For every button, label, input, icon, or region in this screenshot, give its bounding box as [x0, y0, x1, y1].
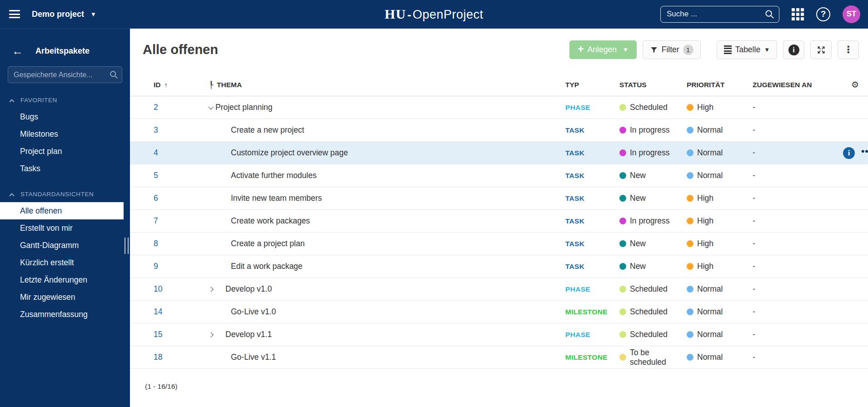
type-cell[interactable]: TASK [565, 194, 619, 203]
table-row[interactable]: 8Create a project planTASKNewHigh- [130, 233, 868, 255]
assignee-cell[interactable]: - [753, 125, 839, 135]
table-row[interactable]: 10Develop v1.0PHASEScheduledNormal- [130, 278, 868, 301]
view-mode-button[interactable]: Tabelle ▼ [717, 40, 777, 59]
work-package-id-link[interactable]: 6 [154, 194, 158, 203]
type-cell[interactable]: TASK [565, 217, 619, 225]
more-menu-button[interactable]: ⋮ [838, 40, 859, 59]
type-cell[interactable]: TASK [565, 240, 619, 248]
priority[interactable]: High [687, 262, 753, 271]
assignee-cell[interactable]: - [753, 262, 839, 271]
subject-cell[interactable]: Go-Live v1.0 [209, 307, 565, 317]
work-package-id-link[interactable]: 7 [154, 216, 158, 225]
expand-chevron-icon[interactable] [208, 287, 213, 292]
priority[interactable]: Normal [687, 352, 753, 362]
table-row[interactable]: 5Activate further modulesTASKNewNormal- [130, 164, 868, 187]
subject-cell[interactable]: Create a project plan [209, 239, 565, 248]
work-package-id-link[interactable]: 9 [154, 262, 158, 271]
subject-cell[interactable]: Invite new team members [209, 194, 565, 203]
table-row[interactable]: 3Create a new projectTASKIn progressNorm… [130, 119, 868, 142]
info-button[interactable]: i [783, 40, 804, 59]
work-package-id-link[interactable]: 18 [154, 352, 162, 362]
sidebar-item-zusammenfassung[interactable]: Zusammenfassung [0, 306, 130, 323]
column-header-typ[interactable]: TYP [565, 81, 619, 89]
priority[interactable]: Normal [687, 171, 753, 180]
status[interactable]: Scheduled [619, 103, 687, 112]
type-cell[interactable]: TASK [565, 149, 619, 157]
type-cell[interactable]: MILESTONE [565, 353, 619, 362]
status[interactable]: New [619, 171, 687, 180]
collapse-chevron-icon[interactable] [208, 104, 213, 109]
expand-chevron-icon[interactable] [208, 332, 213, 337]
status[interactable]: In progress [619, 125, 687, 135]
work-package-id-link[interactable]: 2 [154, 103, 158, 112]
column-header-zugewiesen[interactable]: ZUGEWIESEN AN [753, 81, 839, 89]
table-row[interactable]: 14Go-Live v1.0MILESTONEScheduledNormal- [130, 301, 868, 323]
priority[interactable]: Normal [687, 307, 753, 317]
subject-cell[interactable]: Activate further modules [209, 171, 565, 180]
assignee-cell[interactable]: - [753, 216, 839, 226]
assignee-cell[interactable]: - [753, 239, 839, 248]
status[interactable]: New [619, 194, 687, 203]
priority[interactable]: High [687, 194, 753, 203]
assignee-cell[interactable]: - [753, 171, 839, 180]
status[interactable]: In progress [619, 216, 687, 226]
priority[interactable]: Normal [687, 148, 753, 158]
row-info-icon[interactable]: i [843, 147, 855, 159]
table-row[interactable]: 4Customize project overview pageTASKIn p… [130, 142, 868, 164]
row-actions-ellipsis[interactable]: ••• [861, 146, 868, 157]
status[interactable]: New [619, 262, 687, 271]
sidebar-item-alle-offenen[interactable]: Alle offenen [0, 202, 124, 219]
avatar[interactable]: ST [843, 5, 860, 23]
priority[interactable]: High [687, 239, 753, 248]
sidebar-item-bugs[interactable]: Bugs [0, 108, 130, 125]
table-row[interactable]: 6Invite new team membersTASKNewHigh- [130, 187, 868, 210]
sidebar-resize-handle[interactable] [125, 238, 129, 254]
priority[interactable]: Normal [687, 330, 753, 339]
sidebar-item-k-rzlich-erstellt[interactable]: Kürzlich erstellt [0, 254, 130, 271]
subject-cell[interactable]: Go-Live v1.1 [209, 352, 565, 362]
saved-views-search-input[interactable] [8, 66, 122, 83]
work-package-id-link[interactable]: 10 [154, 284, 162, 293]
sidebar-item-milestones[interactable]: Milestones [0, 125, 130, 143]
column-header-prioritaet[interactable]: PRIORITÄT [687, 81, 753, 89]
subject-cell[interactable]: Create a new project [209, 125, 565, 135]
assignee-cell[interactable]: - [753, 194, 839, 203]
assignee-cell[interactable]: - [753, 284, 839, 294]
work-package-id-link[interactable]: 15 [154, 330, 162, 339]
sidebar-item-mir-zugewiesen[interactable]: Mir zugewiesen [0, 288, 130, 306]
type-cell[interactable]: TASK [565, 263, 619, 271]
subject-cell[interactable]: Develop v1.0 [209, 284, 565, 294]
assignee-cell[interactable]: - [753, 148, 839, 158]
assignee-cell[interactable]: - [753, 103, 839, 112]
apps-grid-icon[interactable] [792, 8, 804, 20]
column-header-thema[interactable]: ┞ THEMA [209, 81, 565, 89]
work-package-id-link[interactable]: 8 [154, 239, 158, 248]
subject-cell[interactable]: Create work packages [209, 216, 565, 226]
type-cell[interactable]: MILESTONE [565, 308, 619, 316]
status[interactable]: Scheduled [619, 330, 687, 339]
subject-cell[interactable]: Customize project overview page [209, 148, 565, 158]
work-package-id-link[interactable]: 3 [154, 125, 158, 134]
status[interactable]: New [619, 239, 687, 248]
sidebar-section-header[interactable]: STANDARDANSICHTEN [0, 191, 130, 198]
priority[interactable]: Normal [687, 125, 753, 135]
table-row[interactable]: 2Project planningPHASEScheduledHigh- [130, 96, 868, 119]
fullscreen-button[interactable] [810, 40, 832, 59]
table-row[interactable]: 9Edit a work packageTASKNewHigh- [130, 255, 868, 278]
status[interactable]: To be scheduled [619, 348, 687, 367]
status[interactable]: Scheduled [619, 307, 687, 317]
help-icon[interactable]: ? [816, 7, 830, 21]
table-row[interactable]: 18Go-Live v1.1MILESTONETo be scheduledNo… [130, 346, 868, 369]
subject-cell[interactable]: Develop v1.1 [209, 330, 565, 339]
type-cell[interactable]: PHASE [565, 104, 619, 112]
assignee-cell[interactable]: - [753, 352, 839, 362]
status[interactable]: Scheduled [619, 284, 687, 294]
sidebar-section-header[interactable]: FAVORITEN [0, 97, 130, 104]
priority[interactable]: High [687, 103, 753, 112]
hamburger-menu-icon[interactable] [9, 10, 20, 18]
table-row[interactable]: 15Develop v1.1PHASEScheduledNormal- [130, 323, 868, 346]
priority[interactable]: Normal [687, 284, 753, 294]
work-package-id-link[interactable]: 4 [154, 148, 158, 157]
assignee-cell[interactable]: - [753, 330, 839, 339]
sidebar-item-tasks[interactable]: Tasks [0, 160, 130, 177]
